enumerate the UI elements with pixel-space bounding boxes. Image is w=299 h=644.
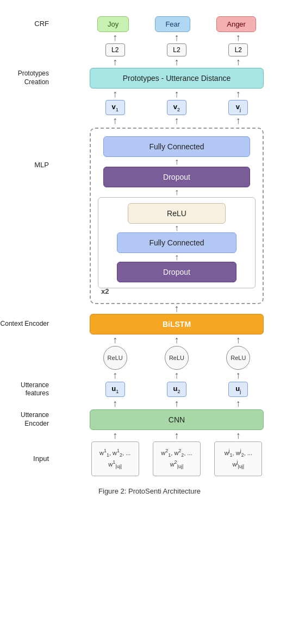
arrow-up-v2 (169, 115, 185, 127)
bilstm-box: BiLSTM (90, 314, 264, 334)
arrow-up-joy (107, 32, 123, 43)
arrow-up-u1 (107, 370, 123, 381)
cnn-box: CNN (90, 409, 264, 430)
context-encoder-label: Context Encoder (0, 320, 54, 329)
cnn-row: Utterance Encoder CNN (0, 409, 299, 430)
x2-inner-box: ReLU Fully Connected Dropout (98, 197, 256, 288)
fear-box: Fear (155, 16, 190, 32)
u1-label: u1 (105, 382, 125, 397)
input-box-1: w11, w12, ... w1|uj| (91, 441, 139, 477)
utterance-features-label: Utterance features (0, 381, 54, 398)
relu-circles-row: ReLU ReLU ReLU (0, 346, 299, 370)
arrow-up-bilstm (175, 304, 179, 314)
v-labels-row: v1 v2 vj (0, 100, 299, 115)
arrows-to-crf (0, 32, 299, 43)
l2-boxes-row: L2 L2 L2 (84, 43, 269, 56)
arrows-to-prototypes (0, 89, 299, 100)
prototypes-box: Prototypes - Utterance Distance (90, 68, 264, 89)
mlp-dashed-box: Fully Connected Dropout (90, 128, 264, 304)
utterance-encoder-label: Utterance Encoder (0, 411, 54, 428)
three-arrows-proto (84, 89, 269, 100)
figure-caption: Figure 2: ProtoSenti Architecture (98, 487, 201, 495)
joy-box: Joy (97, 16, 129, 32)
relu-circle-2: ReLU (165, 346, 189, 370)
input-box-3: wj1, wj2, ... wj|uj| (214, 441, 262, 477)
arrow-up-relu-3 (230, 334, 246, 346)
arrow-up-cnn-2 (169, 398, 185, 409)
dropout-bottom-box: Dropout (117, 262, 236, 282)
arrow-up-l2-3 (230, 56, 246, 68)
three-arrows-crf (84, 32, 269, 43)
arrows-to-l2 (0, 56, 299, 68)
arrow-up-l2-1 (107, 56, 123, 68)
arrow-fc-to-dropout (175, 157, 179, 167)
arrow-up-fear (169, 32, 185, 43)
v1-label: v1 (105, 100, 125, 115)
three-arrows-u (84, 370, 269, 381)
arrow-up-input-1 (107, 430, 123, 441)
arrow-up-relu-2 (169, 334, 185, 346)
vj-label: vj (228, 100, 248, 115)
arrow-up-anger (230, 32, 246, 43)
arrow-up-cnn-1 (107, 398, 123, 409)
arrow-fc-bottom-up (175, 253, 179, 262)
three-arrows-v (84, 115, 269, 127)
arrow-up-relu-1 (107, 334, 123, 346)
arrow-up-u2 (169, 370, 185, 381)
fc-top-box: Fully Connected (103, 136, 250, 157)
fc-bottom-box: Fully Connected (117, 232, 236, 253)
arrow-up-v1 (107, 115, 123, 127)
arrow-up-input-3 (230, 430, 246, 441)
l2-box-1: L2 (105, 43, 125, 56)
l2-box-3: L2 (228, 43, 248, 56)
v2-label: v2 (167, 100, 186, 115)
bilstm-row: Context Encoder BiLSTM (0, 314, 299, 334)
arrow-to-bilstm (0, 304, 299, 314)
arrow-up-uj (230, 370, 246, 381)
mlp-label: MLP (0, 128, 54, 170)
v-labels: v1 v2 vj (84, 100, 269, 115)
arrow-up-proto-1 (107, 89, 123, 100)
x2-label: x2 (101, 287, 109, 295)
input-label: Input (0, 454, 54, 464)
u2-label: u2 (167, 382, 186, 397)
dropout-top-box: Dropout (103, 167, 250, 187)
arrow-up-proto-2 (169, 89, 185, 100)
arrows-to-v (0, 115, 299, 127)
arrows-to-input (0, 430, 299, 441)
arrow-up-vj (230, 115, 246, 127)
input-row: Input w11, w12, ... w1|uj| w21, w22, ...… (0, 441, 299, 477)
l2-box-2: L2 (167, 43, 186, 56)
arrow-dropout-to-inner (175, 187, 179, 197)
three-arrows-relu (84, 334, 269, 346)
input-box-2: w21, w22, ... w2|uj| (153, 441, 201, 477)
l2-row: L2 L2 L2 (0, 43, 299, 56)
prototypes-creation-label: Prototypes Creation (0, 70, 54, 86)
arrows-to-u (0, 370, 299, 381)
prototypes-row: Prototypes Creation Prototypes - Utteran… (0, 68, 299, 89)
arrow-up-cnn-3 (230, 398, 246, 409)
anger-box: Anger (216, 16, 256, 32)
x2-inner-content: ReLU Fully Connected Dropout (98, 197, 256, 288)
uj-label: uj (228, 382, 248, 397)
mlp-row: MLP Fully Connected Dropout (0, 128, 299, 304)
relu-circles: ReLU ReLU ReLU (84, 346, 269, 370)
arrow-up-proto-3 (230, 89, 246, 100)
u-labels: u1 u2 uj (84, 382, 269, 397)
crf-row: CRF Joy Fear Anger (0, 16, 299, 32)
relu-circle-1: ReLU (103, 346, 127, 370)
input-boxes: w11, w12, ... w1|uj| w21, w22, ... w2|uj… (84, 441, 269, 477)
arrow-relu-up (175, 224, 179, 232)
three-arrows-l2 (84, 56, 269, 68)
u-labels-row: Utterance features u1 u2 uj (0, 381, 299, 398)
three-arrows-cnn (84, 398, 269, 409)
relu-box: ReLU (128, 203, 226, 224)
arrows-to-relu-circles (0, 334, 299, 346)
arrow-up-input-2 (169, 430, 185, 441)
arrows-to-cnn (0, 398, 299, 409)
relu-circle-3: ReLU (226, 346, 250, 370)
three-arrows-input (84, 430, 269, 441)
arrow-up-l2-2 (169, 56, 185, 68)
diagram-container: CRF Joy Fear Anger (0, 0, 299, 517)
crf-boxes-row: Joy Fear Anger (84, 16, 269, 32)
